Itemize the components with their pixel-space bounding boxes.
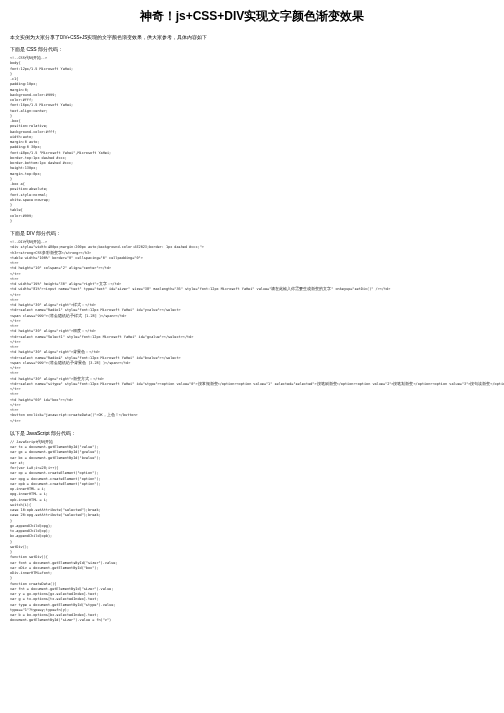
js-code-block: // JavaScript代码开始var tx = document.getEl… xyxy=(10,440,494,624)
code-line: </tr> xyxy=(10,419,494,424)
code-line: document.getElementById("sizer").value =… xyxy=(10,618,494,623)
js-section-header: 以下是 JavaScript 部分代码： xyxy=(10,430,494,436)
div-code-block: <!--DIV代码开始--><div style="width:480px;ma… xyxy=(10,240,494,424)
page-title: 神奇！js+CSS+DIV实现文字颜色渐变效果 xyxy=(10,8,494,25)
css-section-header: 下面是 CSS 部分代码： xyxy=(10,46,494,52)
div-section-header: 下面是 DIV 部分代码： xyxy=(10,230,494,236)
code-line: } xyxy=(10,219,494,224)
intro-text: 本文实例为大家分享了DIV+CSS+JS实现的文字颜色渐变效果，供大家参考，具体… xyxy=(10,35,494,40)
code-line: <td><select name="sitype" style="font:12… xyxy=(10,382,494,387)
css-code-block: <!--CSS代码开始-->body{font:12px/1.5 Microso… xyxy=(10,56,494,224)
